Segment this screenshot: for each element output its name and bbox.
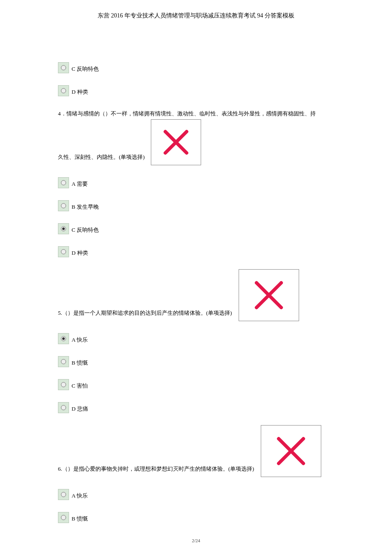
option-label: A 快乐 xyxy=(72,492,88,500)
option-label: A 快乐 xyxy=(72,336,88,344)
option-row: A 快乐 xyxy=(58,489,334,500)
x-icon xyxy=(274,434,308,469)
option-label: D 种类 xyxy=(72,250,88,257)
option-row: B 发生早晚 xyxy=(58,200,334,211)
question-6: 6.（）是指心爱的事物失掉时，或理想和梦想幻灭时产生的情绪体验。(单项选择) xyxy=(58,425,334,477)
radio-unchecked[interactable] xyxy=(58,489,69,500)
option-row: C 反响特色 xyxy=(58,223,334,234)
option-row: C 反响特色 xyxy=(58,62,334,73)
question-text: 6.（）是指心爱的事物失掉时，或理想和梦想幻灭时产生的情绪体验。(单项选择) xyxy=(58,464,254,477)
x-icon xyxy=(161,127,191,157)
option-label: B 发生早晚 xyxy=(72,204,99,211)
page-header: 东营 2016 年专业技术人员情绪管理与职场减压连续教育考试 94 分答案模板 xyxy=(0,0,392,20)
question-text: 5.（）是指一个人期望和追求的目的达到后产生的情绪体验。(单项选择) xyxy=(58,308,232,321)
radio-checked[interactable] xyxy=(58,333,69,344)
radio-checked[interactable] xyxy=(58,223,69,234)
option-label: C 反响特色 xyxy=(72,227,99,234)
question-text-line1: 4．情绪与感情的（）不一样，情绪拥有情境性、激动性、临时性、表浅性与外显性，感情… xyxy=(58,108,334,119)
option-row: D 种类 xyxy=(58,85,334,96)
incorrect-mark xyxy=(239,269,299,321)
option-row: A 快乐 xyxy=(58,333,334,344)
option-row: D 悲痛 xyxy=(58,402,334,413)
question-text-with-mark: 久性、深刻性、内隐性。(单项选择) xyxy=(58,119,334,165)
option-label: A 需要 xyxy=(72,181,88,188)
question-4: 4．情绪与感情的（）不一样，情绪拥有情境性、激动性、临时性、表浅性与外显性，感情… xyxy=(58,108,334,165)
incorrect-mark xyxy=(261,425,321,477)
radio-unchecked[interactable] xyxy=(58,85,69,96)
radio-unchecked[interactable] xyxy=(58,402,69,413)
option-label: B 愤慨 xyxy=(72,359,88,367)
question-text-with-mark: 6.（）是指心爱的事物失掉时，或理想和梦想幻灭时产生的情绪体验。(单项选择) xyxy=(58,425,334,477)
question-5: 5.（）是指一个人期望和追求的目的达到后产生的情绪体验。(单项选择) xyxy=(58,269,334,321)
option-label: D 种类 xyxy=(72,89,88,96)
radio-unchecked[interactable] xyxy=(58,62,69,73)
x-icon xyxy=(251,278,286,313)
option-label: C 反响特色 xyxy=(72,66,99,73)
radio-unchecked[interactable] xyxy=(58,177,69,188)
option-row: B 愤慨 xyxy=(58,356,334,367)
radio-unchecked[interactable] xyxy=(58,200,69,211)
option-label: D 悲痛 xyxy=(72,405,88,413)
option-label: B 愤慨 xyxy=(72,515,88,523)
option-row: C 害怕 xyxy=(58,379,334,390)
option-row: D 种类 xyxy=(58,246,334,257)
incorrect-mark xyxy=(151,119,201,165)
content-area: C 反响特色 D 种类 4．情绪与感情的（）不一样，情绪拥有情境性、激动性、临时… xyxy=(0,20,392,523)
page-footer: 2/24 xyxy=(0,538,392,543)
option-row: B 愤慨 xyxy=(58,512,334,523)
question-text-line2: 久性、深刻性、内隐性。(单项选择) xyxy=(58,152,145,165)
header-title: 东营 2016 年专业技术人员情绪管理与职场减压连续教育考试 94 分答案模板 xyxy=(98,12,294,19)
option-row: A 需要 xyxy=(58,177,334,188)
radio-unchecked[interactable] xyxy=(58,512,69,523)
radio-unchecked[interactable] xyxy=(58,246,69,257)
page-number: 2/24 xyxy=(192,538,200,543)
question-text-with-mark: 5.（）是指一个人期望和追求的目的达到后产生的情绪体验。(单项选择) xyxy=(58,269,334,321)
option-label: C 害怕 xyxy=(72,382,88,390)
radio-unchecked[interactable] xyxy=(58,356,69,367)
radio-unchecked[interactable] xyxy=(58,379,69,390)
